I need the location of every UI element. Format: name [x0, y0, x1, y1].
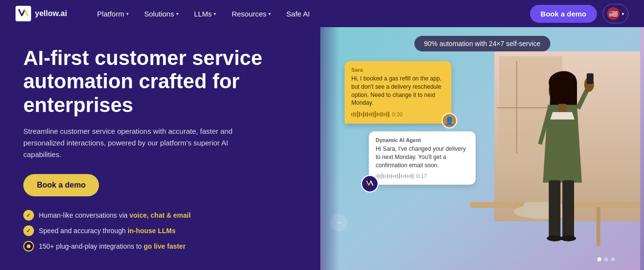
chevron-down-icon: ▾	[214, 11, 216, 16]
nav-platform[interactable]: Platform ▾	[90, 6, 135, 22]
nav-resources[interactable]: Resources ▾	[225, 6, 278, 22]
navbar: yellow.ai Platform ▾ Solutions ▾ LLMs ▾ …	[0, 0, 644, 27]
svg-point-17	[561, 236, 576, 241]
voice-link[interactable]: voice, chat & email	[130, 211, 191, 219]
hero-section: AI-first customer service automation cra…	[0, 27, 644, 270]
hero-subtitle: Streamline customer service operations w…	[23, 126, 247, 160]
svg-rect-4	[516, 61, 517, 153]
nav-right: Book a demo 🇺🇸 ▾	[530, 4, 628, 23]
check-icon: ✓	[23, 210, 34, 221]
record-icon	[23, 241, 34, 252]
check-icon: ✓	[23, 225, 34, 236]
chevron-down-icon: ▾	[176, 11, 179, 16]
flag-icon: 🇺🇸	[607, 7, 620, 20]
locale-selector[interactable]: 🇺🇸 ▾	[603, 4, 628, 23]
svg-rect-13	[587, 73, 594, 84]
llms-link[interactable]: in-house LLMs	[128, 227, 176, 235]
feature-integrations: 150+ plug-and-play integrations to go li…	[23, 241, 301, 252]
hero-right: 90% automation with 24×7 self-service Sa…	[320, 27, 644, 270]
logo[interactable]: yellow.ai	[16, 6, 67, 21]
svg-rect-7	[596, 207, 600, 246]
svg-rect-14	[549, 180, 561, 238]
svg-point-16	[547, 236, 562, 241]
feature-list: ✓ Human-like conversations via voice, ch…	[23, 210, 301, 252]
feature-voice: ✓ Human-like conversations via voice, ch…	[23, 210, 301, 221]
hero-title: AI-first customer service automation cra…	[23, 47, 301, 117]
hero-cta-button[interactable]: Book a demo	[23, 174, 99, 196]
nav-llms[interactable]: LLMs ▾	[187, 6, 223, 22]
nav-solutions[interactable]: Solutions ▾	[137, 6, 185, 22]
hero-left: AI-first customer service automation cra…	[0, 27, 320, 270]
integrations-link[interactable]: go live faster	[144, 242, 185, 250]
book-demo-button[interactable]: Book a demo	[530, 5, 597, 23]
chevron-down-icon: ▾	[268, 11, 271, 16]
nav-safe-ai[interactable]: Safe AI	[280, 6, 316, 22]
hero-background	[320, 27, 644, 270]
feature-llms: ✓ Speed and accuracy through in-house LL…	[23, 225, 301, 236]
chevron-down-icon: ▾	[126, 11, 129, 16]
chevron-down-icon: ▾	[622, 11, 624, 16]
nav-links: Platform ▾ Solutions ▾ LLMs ▾ Resources …	[90, 6, 530, 22]
svg-rect-15	[562, 180, 574, 238]
logo-text: yellow.ai	[35, 9, 67, 18]
